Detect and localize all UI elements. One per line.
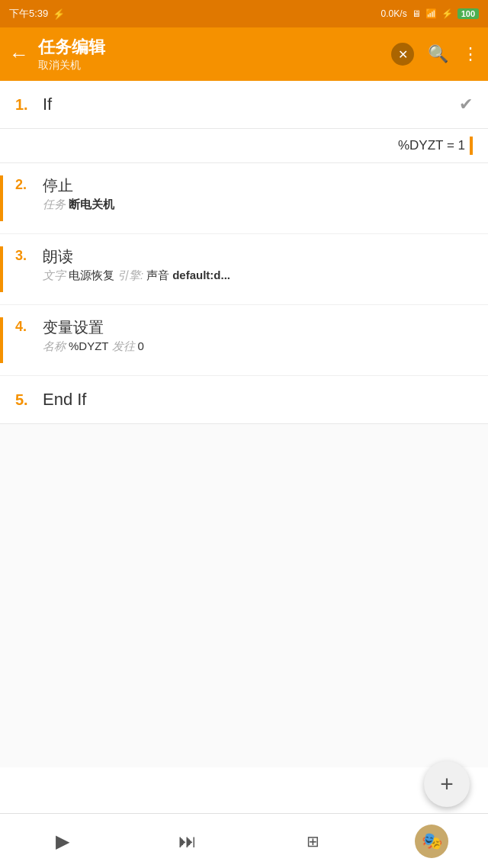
play-icon: ▶ (56, 831, 69, 852)
toolbar-subtitle: 取消关机 (38, 59, 382, 72)
condition-bar (470, 137, 473, 155)
row-1-number: 1. (15, 96, 43, 114)
row-5-number: 5. (15, 391, 43, 409)
toolbar-actions: ✕ 🔍 ⋮ (391, 43, 479, 66)
row-4-detail-key2: 发往 (112, 339, 135, 354)
close-button[interactable]: ✕ (391, 43, 414, 66)
row-2-content: 停止 任务 断电关机 (43, 175, 476, 212)
status-speed: 0.0K/s (381, 8, 407, 19)
row-4-variable[interactable]: 4. 变量设置 名称 %DYZT 发往 0 (0, 305, 488, 376)
row-3-detail-key1: 文字 (43, 268, 66, 283)
row-3-inner: 3. 朗读 文字 电源恢复 引擎: 声音 default:d... (3, 246, 476, 283)
nav-grid-button[interactable]: ⊞ (290, 818, 336, 864)
row-5-endif[interactable]: 5. End If (0, 376, 488, 424)
row-3-speak[interactable]: 3. 朗读 文字 电源恢复 引擎: 声音 default:d... (0, 234, 488, 305)
indented-section: 2. 停止 任务 断电关机 3. 朗读 文字 电源恢复 (0, 163, 488, 376)
row-4-inner: 4. 变量设置 名称 %DYZT 发往 0 (3, 317, 476, 354)
avatar-icon: 🎭 (422, 831, 442, 851)
row-5-label: End If (43, 390, 473, 410)
row-3-content: 朗读 文字 电源恢复 引擎: 声音 default:d... (43, 246, 476, 283)
status-bar: 下午5:39 ⚡ 0.0K/s 🖥 📶 ⚡ 100 (0, 0, 488, 27)
row-4-detail-value2: 0 (138, 339, 144, 352)
bottom-nav: ▶ ⏭ ⊞ 🎭 (0, 813, 488, 868)
status-battery: 100 (458, 8, 479, 19)
nav-play-button[interactable]: ▶ (40, 818, 85, 864)
row-3-detail: 文字 电源恢复 引擎: 声音 default:d... (43, 268, 476, 283)
row-1-if[interactable]: 1. If ✔ (0, 81, 488, 129)
status-lightning: ⚡ (53, 8, 65, 20)
status-right: 0.0K/s 🖥 📶 ⚡ 100 (381, 8, 479, 19)
status-charging-icon: ⚡ (441, 8, 453, 19)
status-time: 下午5:39 (9, 7, 48, 21)
row-2-detail: 任务 断电关机 (43, 198, 476, 212)
nav-avatar-button[interactable]: 🎭 (415, 825, 448, 858)
row-3-detail-key2: 引擎: (117, 268, 143, 283)
row-3-detail-value2: 声音 (146, 268, 169, 283)
fab-plus-icon: + (440, 771, 454, 797)
row-1-label: If (43, 95, 459, 114)
row-4-content: 变量设置 名称 %DYZT 发往 0 (43, 317, 476, 354)
status-signal-icon: 🖥 (412, 8, 421, 19)
close-icon: ✕ (398, 47, 408, 62)
row-3-label: 朗读 (43, 246, 476, 267)
row-4-detail-key1: 名称 (43, 339, 66, 354)
skip-icon: ⏭ (178, 831, 197, 852)
row-2-label: 停止 (43, 175, 476, 196)
row-3-detail-value1: 电源恢复 (69, 268, 114, 283)
toolbar: ← 任务编辑 取消关机 ✕ 🔍 ⋮ (0, 27, 488, 81)
back-button[interactable]: ← (9, 43, 29, 66)
fab-add-button[interactable]: + (424, 761, 470, 807)
row-4-detail-value1: %DYZT (69, 339, 109, 352)
search-button[interactable]: 🔍 (428, 44, 448, 64)
toolbar-title: 任务编辑 (38, 36, 382, 59)
row-2-detail-key: 任务 (43, 198, 66, 212)
grid-icon: ⊞ (307, 832, 319, 850)
row-4-number: 4. (15, 317, 43, 335)
status-wifi-icon: 📶 (425, 8, 437, 19)
toolbar-title-group: 任务编辑 取消关机 (38, 36, 382, 72)
row-3-number: 3. (15, 246, 43, 264)
condition-row[interactable]: %DYZT = 1 (0, 129, 488, 163)
row-2-inner: 2. 停止 任务 断电关机 (3, 175, 476, 212)
status-left: 下午5:39 ⚡ (9, 7, 65, 21)
row-2-stop[interactable]: 2. 停止 任务 断电关机 (0, 163, 488, 234)
row-4-detail: 名称 %DYZT 发往 0 (43, 339, 476, 354)
row-4-label: 变量设置 (43, 317, 476, 338)
main-content: 1. If ✔ %DYZT = 1 2. 停止 任务 断电关机 (0, 81, 488, 767)
row-2-detail-value: 断电关机 (69, 198, 114, 212)
condition-text: %DYZT = 1 (398, 138, 465, 153)
more-button[interactable]: ⋮ (462, 44, 479, 64)
row-2-number: 2. (15, 175, 43, 193)
chevron-down-icon: ✔ (459, 95, 473, 114)
row-3-detail-value3: default:d... (172, 268, 230, 281)
nav-skip-button[interactable]: ⏭ (165, 818, 210, 864)
